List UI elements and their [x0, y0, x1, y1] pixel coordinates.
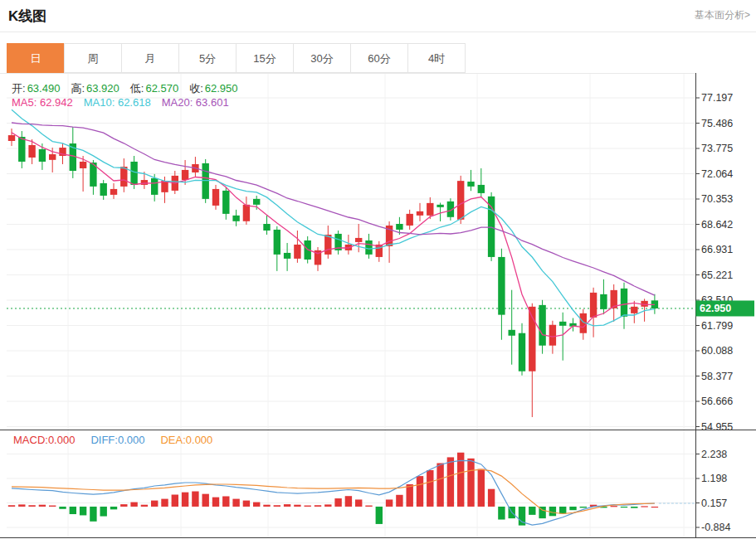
ohlc-low: 低:62.570	[130, 81, 178, 96]
y-axis-label: 70.353	[701, 193, 733, 205]
y-axis-label: 56.666	[701, 396, 733, 407]
y-axis-label: 1.198	[701, 473, 727, 484]
ma5-legend: MA5: 62.942	[12, 96, 73, 109]
y-axis-label: 65.221	[701, 270, 733, 281]
y-axis-label: 0.157	[701, 498, 727, 509]
diff-line	[12, 460, 655, 525]
ohlc-close: 收:62.950	[189, 81, 237, 96]
y-axis-label: 61.799	[701, 320, 733, 332]
y-axis-label: 77.197	[701, 92, 733, 104]
candles-layer	[8, 127, 658, 417]
y-axis-label: -0.884	[701, 522, 730, 533]
y-axis-label: 72.064	[701, 168, 733, 180]
y-axis-label: 66.931	[701, 244, 733, 255]
kline-app: K线图 基本面分析> 日周月5分15分30分60分4时 77.19775.486…	[0, 0, 756, 539]
ma10-legend: MA10: 62.618	[84, 96, 151, 109]
ohlc-high: 高:63.920	[71, 81, 119, 96]
dea-value-label: DEA:0.000	[160, 434, 212, 446]
current-price-badge-text: 62.950	[700, 303, 731, 314]
macd-histogram	[8, 453, 658, 526]
ma5-line	[12, 133, 655, 337]
y-axis-label: 73.775	[701, 143, 733, 154]
y-axis-label: 60.088	[701, 345, 733, 357]
ma20-legend: MA20: 63.601	[162, 96, 229, 109]
y-axis-label: 58.377	[701, 371, 733, 382]
macd-legend: MACD:0.000 DIFF:0.000 DEA:0.000	[13, 434, 212, 446]
diff-value-label: DIFF:0.000	[90, 434, 144, 446]
y-axis-label: 2.238	[701, 449, 727, 460]
ma10-line	[12, 109, 655, 326]
y-axis-label: 68.642	[701, 219, 733, 231]
macd-value-label: MACD:0.000	[13, 434, 75, 446]
ma-legend: MA5: 62.942 MA10: 62.618 MA20: 63.601	[12, 96, 229, 109]
ohlc-legend: 开:63.490 高:63.920 低:62.570 收:62.950	[12, 81, 238, 96]
y-axis-label: 75.486	[701, 118, 733, 129]
y-axis-label: 54.955	[701, 421, 733, 433]
ohlc-open: 开:63.490	[12, 81, 60, 96]
